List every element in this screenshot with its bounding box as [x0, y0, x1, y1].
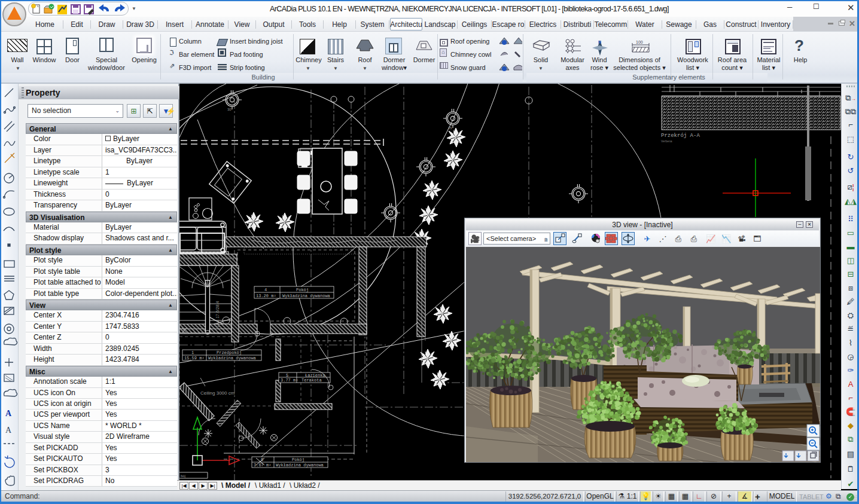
svg-text:30: 30 — [227, 108, 231, 111]
svg-text:100: 100 — [636, 40, 643, 44]
svg-text:A: A — [5, 409, 12, 418]
svg-text:4: 4 — [264, 288, 267, 292]
svg-text:N: N — [598, 40, 601, 44]
svg-text:Terakota: Terakota — [301, 378, 322, 383]
svg-text:1: 1 — [191, 350, 194, 355]
svg-text:Wykładzina dywanowa: Wykładzina dywanowa — [276, 463, 324, 468]
svg-text:Pokój: Pokój — [296, 288, 309, 292]
svg-text:Przekrój A-A: Przekrój A-A — [661, 133, 700, 139]
svg-text:Wykładzina dywanowa: Wykładzina dywanowa — [208, 356, 256, 361]
svg-text:25: 25 — [448, 126, 452, 130]
svg-text:15.59 m²: 15.59 m² — [184, 356, 205, 361]
svg-text:13.20 m²: 13.20 m² — [256, 294, 276, 298]
svg-text:17 x 17.6/28.4: 17 x 17.6/28.4 — [215, 301, 220, 328]
svg-text:A: A — [5, 426, 12, 435]
svg-text:Wykładzina dywanowa: Wykładzina dywanowa — [282, 294, 330, 298]
svg-text:Ceiling 3000 cm: Ceiling 3000 cm — [200, 390, 235, 396]
svg-text:Pokój: Pokój — [292, 457, 304, 462]
svg-text:Łazienka: Łazienka — [305, 373, 325, 378]
svg-text:5: 5 — [286, 373, 288, 378]
svg-text:Verbena: Verbena — [661, 139, 672, 143]
svg-text:3.77 m²: 3.77 m² — [281, 378, 298, 383]
svg-text:bój: bój — [181, 474, 185, 478]
svg-text:Przedpokój: Przedpokój — [217, 350, 242, 355]
